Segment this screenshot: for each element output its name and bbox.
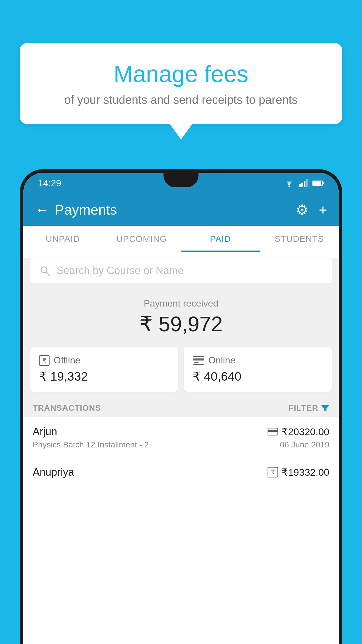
svg-rect-1 xyxy=(299,184,301,187)
tab-unpaid[interactable]: UNPAID xyxy=(23,226,102,252)
status-bar-time: 14:29 xyxy=(38,178,61,189)
wifi-icon xyxy=(284,179,294,187)
rupee-card-icon: ₹ xyxy=(39,355,50,366)
manage-fees-subtitle: of your students and send receipts to pa… xyxy=(43,93,319,106)
tabs-container: UNPAID UPCOMING PAID STUDENTS xyxy=(23,226,339,252)
tab-students[interactable]: STUDENTS xyxy=(260,226,339,252)
app-bar-left: ← Payments xyxy=(35,202,117,218)
back-button[interactable]: ← xyxy=(35,202,49,218)
svg-rect-7 xyxy=(313,181,321,185)
svg-rect-3 xyxy=(304,181,305,187)
online-card-header: Online xyxy=(193,355,323,366)
manage-fees-title: Manage fees xyxy=(43,61,319,88)
transaction-amount-row: ₹ ₹19332.00 xyxy=(268,466,329,478)
search-icon xyxy=(39,265,51,276)
online-amount: ₹ 40,640 xyxy=(193,369,323,384)
transaction-row-bottom: Physics Batch 12 Installment - 2 06 June… xyxy=(33,440,329,449)
gear-icon[interactable]: ⚙ xyxy=(296,202,308,218)
transactions-label: TRANSACTIONS xyxy=(33,403,101,413)
offline-card-header: ₹ Offline xyxy=(39,355,169,366)
transaction-name: Anupriya xyxy=(33,466,74,478)
svg-rect-6 xyxy=(323,182,324,184)
filter-button[interactable]: FILTER xyxy=(289,403,329,413)
payment-received-label: Payment received xyxy=(30,298,332,309)
transaction-row-top: Arjun ₹20320.00 xyxy=(33,426,329,438)
card-payment-icon xyxy=(268,428,278,435)
payment-amount: ₹ 59,972 xyxy=(30,312,332,336)
phone-bezel: 14:29 xyxy=(23,173,339,644)
transaction-course: Physics Batch 12 Installment - 2 xyxy=(33,440,149,449)
svg-text:₹: ₹ xyxy=(43,357,46,364)
search-placeholder: Search by Course or Name xyxy=(57,265,184,277)
app-bar-title: Payments xyxy=(55,202,117,218)
add-button[interactable]: + xyxy=(319,202,327,218)
transaction-name: Arjun xyxy=(33,426,57,438)
search-bar[interactable]: Search by Course or Name xyxy=(30,258,332,284)
transactions-header: TRANSACTIONS FILTER xyxy=(23,399,339,417)
speech-bubble-arrow xyxy=(169,123,193,139)
transaction-date: 06 June 2019 xyxy=(280,440,329,449)
card-icon xyxy=(193,356,204,365)
payment-received-section: Payment received ₹ 59,972 xyxy=(23,289,339,342)
phone-frame: 14:29 xyxy=(20,169,342,644)
notch xyxy=(164,173,198,187)
transaction-item[interactable]: Anupriya ₹ ₹19332.00 xyxy=(23,458,339,489)
svg-rect-4 xyxy=(306,179,308,187)
transaction-amount: ₹19332.00 xyxy=(282,466,329,478)
offline-label: Offline xyxy=(54,355,80,366)
status-bar-icons xyxy=(284,179,324,187)
speech-bubble-container: Manage fees of your students and send re… xyxy=(20,43,342,139)
speech-bubble: Manage fees of your students and send re… xyxy=(20,43,342,124)
svg-line-9 xyxy=(46,272,50,275)
transaction-row-top: Anupriya ₹ ₹19332.00 xyxy=(33,466,329,478)
svg-marker-15 xyxy=(321,405,329,412)
transaction-item[interactable]: Arjun ₹20320.00 Physics Batch 12 Install… xyxy=(23,417,339,458)
offline-amount: ₹ 19,332 xyxy=(39,369,169,384)
filter-label: FILTER xyxy=(289,403,318,413)
online-payment-card: Online ₹ 40,640 xyxy=(184,347,332,392)
filter-icon xyxy=(321,404,329,412)
payment-cards-row: ₹ Offline ₹ 19,332 Online xyxy=(23,342,339,399)
transaction-amount: ₹20320.00 xyxy=(282,426,329,438)
online-label: Online xyxy=(208,355,236,366)
transaction-amount-row: ₹20320.00 xyxy=(268,426,329,438)
svg-rect-13 xyxy=(193,358,204,360)
offline-payment-card: ₹ Offline ₹ 19,332 xyxy=(30,347,178,392)
svg-rect-17 xyxy=(268,430,278,432)
status-bar: 14:29 xyxy=(23,173,339,194)
app-bar: ← Payments ⚙ + xyxy=(23,194,339,226)
signal-icon xyxy=(299,179,308,187)
svg-point-0 xyxy=(289,186,290,187)
cash-payment-icon: ₹ xyxy=(268,467,278,477)
app-bar-right: ⚙ + xyxy=(296,202,327,218)
tab-upcoming[interactable]: UPCOMING xyxy=(102,226,181,252)
svg-rect-2 xyxy=(301,183,303,187)
content-area: Search by Course or Name Payment receive… xyxy=(23,258,339,489)
tab-paid[interactable]: PAID xyxy=(181,226,260,252)
svg-rect-14 xyxy=(194,362,198,363)
battery-icon xyxy=(312,180,324,186)
